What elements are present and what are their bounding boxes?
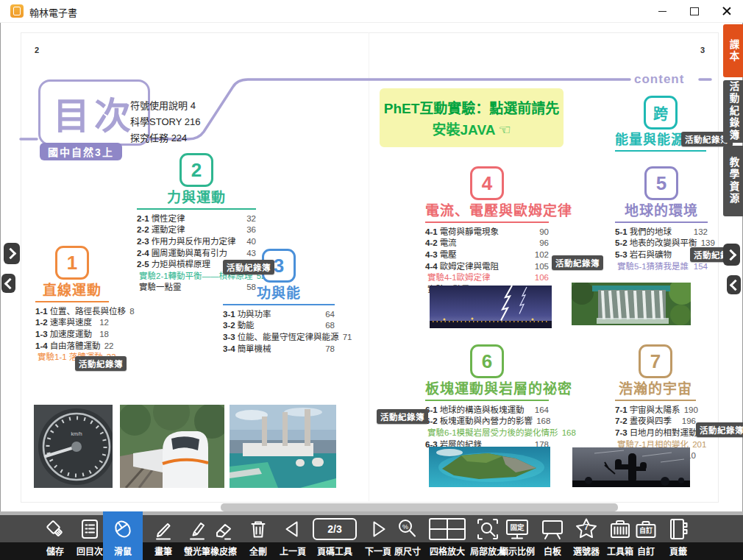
toc-entry[interactable]: 3-3位能、能量守恆定律與能源71 xyxy=(223,332,335,344)
chapter-3-title[interactable]: 功與能 xyxy=(223,285,335,302)
toc-entry[interactable]: 實驗4-1歐姆定律106 xyxy=(425,272,549,284)
toc-entry[interactable]: 2-3作用力與反作用力定律40 xyxy=(137,236,256,248)
pencil-icon xyxy=(150,515,177,542)
minimize-button[interactable] xyxy=(646,0,678,22)
original-size-button[interactable]: % 原尺寸 xyxy=(388,511,427,560)
toc-entry[interactable]: 5-1我們的地球132 xyxy=(615,227,708,238)
toc-entry[interactable]: 1-3加速度運動18 xyxy=(35,329,109,341)
whiteboard-icon xyxy=(539,515,566,542)
chapter-rule xyxy=(137,208,256,210)
toc-entry[interactable]: 7-1宇宙與太陽系190 xyxy=(615,405,696,417)
chevron-left-icon xyxy=(729,279,741,291)
chapter-6-icon: 6 xyxy=(470,344,504,378)
chevron-right-icon xyxy=(5,248,17,260)
tab-textbook[interactable]: 課本 xyxy=(723,24,743,77)
front-matter-item[interactable]: 符號使用說明 4 xyxy=(130,98,200,114)
toc-entry[interactable]: 3-2動能68 xyxy=(223,320,335,332)
toc-entry[interactable]: 7-3日地月的相對運動200 xyxy=(615,428,696,439)
phet-notice-banner[interactable]: PhET互動實驗：點選前請先 安裝JAVA xyxy=(380,88,564,147)
tab-teaching-resources[interactable]: 教學資源 xyxy=(723,146,743,216)
toc-entry[interactable]: 實驗5-1猜猜我是誰154 xyxy=(615,261,708,273)
chapter-cross-icon: 跨 xyxy=(644,96,678,130)
chapter-7-title[interactable]: 浩瀚的宇宙 xyxy=(615,380,696,398)
photo-island xyxy=(429,447,550,487)
chapter-5-icon: 5 xyxy=(644,166,678,200)
toc-entry[interactable]: 7-2晝夜與四季196 xyxy=(615,416,696,428)
activity-badge-ch3[interactable]: 活動紀錄簿 xyxy=(223,260,274,274)
quad-grid-icon xyxy=(428,515,466,542)
chapter-rule xyxy=(615,150,706,152)
toc-entry[interactable]: 4-1電荷與靜電現象90 xyxy=(425,227,549,238)
chapter-1-icon: 1 xyxy=(55,246,89,280)
left-page-back-arrow[interactable] xyxy=(1,274,15,293)
toc-entry[interactable]: 4-3電壓102 xyxy=(425,249,549,261)
save-button[interactable]: 儲存 xyxy=(35,511,75,560)
trash-icon xyxy=(245,515,271,542)
right-page-forward-arrow[interactable] xyxy=(723,244,740,266)
toc-entry[interactable]: 實驗6-1模擬岩層受力後的變化情形168 xyxy=(425,428,549,439)
photo-cactus-night xyxy=(572,447,690,487)
usb-drive-icon xyxy=(42,515,68,542)
toc-entry[interactable]: 4-4歐姆定律與電阻105 xyxy=(425,261,549,273)
front-matter-item[interactable]: 科學STORY 216 xyxy=(130,114,200,130)
chevron-left-icon xyxy=(4,277,15,289)
close-button[interactable] xyxy=(711,0,743,22)
chapter-cross-title[interactable]: 能量與能源 xyxy=(615,132,685,149)
toc-entry[interactable]: 1-4自由落體運動22 xyxy=(35,341,109,352)
chapter-5-title[interactable]: 地球的環境 xyxy=(615,202,708,220)
chevron-right-icon xyxy=(725,249,736,260)
chapter-2-title[interactable]: 力與運動 xyxy=(137,189,256,207)
toc-entry[interactable]: 3-1功與功率64 xyxy=(223,309,335,321)
star-icon: 7 xyxy=(573,515,600,542)
right-panel-open-arrow[interactable] xyxy=(727,275,741,294)
horizontal-scrollbar[interactable] xyxy=(221,503,618,511)
toc-entry[interactable]: 1-1位置、路徑長與位移8 xyxy=(35,306,109,318)
activity-badge-ch4[interactable]: 活動紀錄簿 xyxy=(552,255,603,270)
toc-entry[interactable]: 3-4簡單機械78 xyxy=(223,344,335,355)
page-number-tool[interactable]: 2/3 頁碼工具 xyxy=(311,511,358,560)
mouse-tool-button[interactable]: 滑鼠 xyxy=(103,511,143,560)
maximize-button[interactable] xyxy=(678,0,711,22)
toc-entry[interactable]: 1-2速率與速度12 xyxy=(35,317,109,329)
activity-badge-ch7[interactable]: 活動紀錄簿 xyxy=(696,422,743,437)
activity-badge-ch6[interactable]: 活動紀錄簿 xyxy=(377,409,428,424)
chapter-7-section: 7 浩瀚的宇宙 7-1宇宙與太陽系1907-2晝夜與四季1967-3日地月的相對… xyxy=(615,344,696,462)
front-matter-item[interactable]: 探究任務 224 xyxy=(130,130,200,146)
delete-all-button[interactable]: 全刪 xyxy=(238,511,278,560)
chapter-rule xyxy=(35,301,109,302)
right-page-number: 3 xyxy=(700,46,705,54)
activity-badge-ch1[interactable]: 活動紀錄簿 xyxy=(75,356,127,371)
zoom-percent-icon: % xyxy=(394,515,421,542)
quad-zoom-button[interactable]: 四格放大 xyxy=(426,511,469,560)
toc-title: 目次 xyxy=(53,86,135,139)
svg-text:%: % xyxy=(402,522,408,530)
chapter-4-title[interactable]: 電流、電壓與歐姆定律 xyxy=(425,202,549,220)
display-ratio-button[interactable]: 固定 顯示比例 xyxy=(497,511,537,560)
tab-activity-book[interactable]: 活動紀錄簿 xyxy=(723,80,743,143)
photo-speedometer: km/h xyxy=(34,405,113,488)
prev-page-button[interactable]: 上一頁 xyxy=(273,511,313,560)
toc-entry[interactable]: 6-2板塊運動與內營力的影響168 xyxy=(425,416,549,428)
eraser-tool-button[interactable]: 橡皮擦 xyxy=(204,511,243,560)
chapter-rule xyxy=(425,400,549,401)
minimize-icon xyxy=(658,11,666,12)
chapter-2-icon: 2 xyxy=(179,153,213,187)
content-label: content xyxy=(634,72,684,87)
chapter-1-title[interactable]: 直線運動 xyxy=(35,282,109,300)
chapter-4-icon: 4 xyxy=(470,166,504,200)
install-java-link: 安裝JAVA xyxy=(433,118,511,138)
ebook-window: 翰林電子書 2 3 content 目次 國中自然3上 符號使用說明 4 科學S… xyxy=(0,0,743,560)
photo-waterfall xyxy=(572,283,691,325)
toc-entry[interactable]: 2-1慣性定律32 xyxy=(137,213,256,225)
page-tab-button[interactable]: 頁籤 xyxy=(658,511,698,560)
close-icon xyxy=(722,7,731,15)
toc-entry[interactable]: 2-2運動定律36 xyxy=(137,224,256,236)
toc-entry[interactable]: 6-1地球的構造與板塊運動164 xyxy=(425,405,549,417)
chapter-6-title[interactable]: 板塊運動與岩層的祕密 xyxy=(425,380,549,398)
left-panel-open-arrow[interactable] xyxy=(4,243,20,264)
toc-entry[interactable]: 4-2電流96 xyxy=(425,238,549,249)
chapter-4-section: 4 電流、電壓與歐姆定律 4-1電荷與靜電現象904-2電流964-3電壓102… xyxy=(425,166,549,295)
chapter-rule xyxy=(615,221,708,223)
bottom-toolbar: 儲存 回目次 滑鼠 畫筆 螢光筆 橡皮擦 全刪 上一頁 xyxy=(0,511,743,560)
chapter-rule xyxy=(615,400,696,401)
